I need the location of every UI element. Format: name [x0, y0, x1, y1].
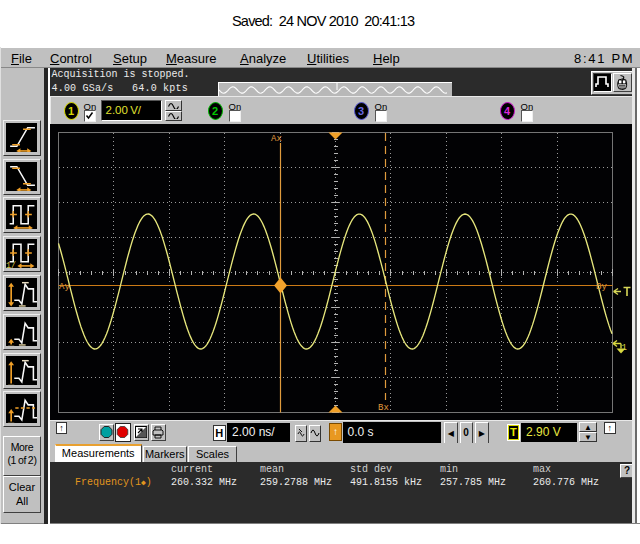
- svg-text:1/: 1/: [6, 261, 16, 268]
- svg-text:By: By: [596, 282, 607, 292]
- svg-text:Ay: Ay: [59, 282, 70, 292]
- svg-text:Bx: Bx: [378, 403, 389, 413]
- svg-text:1: 1: [622, 343, 627, 353]
- svg-text:Ax: Ax: [271, 134, 282, 144]
